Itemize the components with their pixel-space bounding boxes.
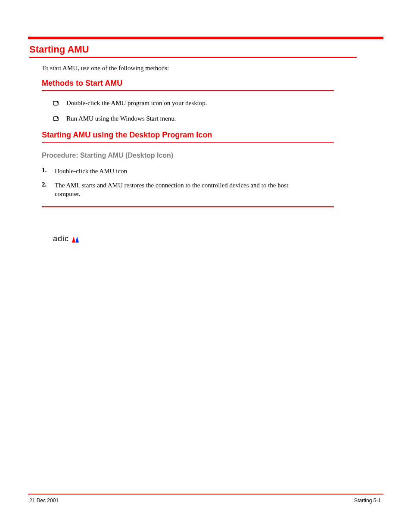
- bullet-text-2: Run AMU using the Windows Start menu.: [66, 115, 176, 122]
- step-text-2: The AML starts and AMU restores the conn…: [55, 181, 313, 199]
- bullet-text-1: Double-click the AMU program icon on you…: [66, 100, 207, 107]
- footer-date: 21 Dec 2001: [29, 498, 59, 504]
- section-rule-1: [42, 90, 334, 91]
- brand-logo-text: adic: [53, 234, 69, 243]
- brand-logo: adic: [53, 234, 81, 243]
- bullet-icon: [53, 116, 59, 121]
- brand-logo-icon: [71, 235, 81, 243]
- page-root: Starting AMU To start AMU, use one of th…: [0, 0, 411, 532]
- step-1: 1. Double-click the AMU icon: [42, 167, 313, 175]
- section-heading-desktop-icon: Starting AMU using the Desktop Program I…: [42, 131, 212, 140]
- footer-page-label: Starting 5-1: [354, 498, 381, 504]
- footer-rule: [28, 494, 383, 495]
- bullet-icon: [53, 101, 59, 106]
- page-title: Starting AMU: [29, 44, 89, 55]
- section-rule-2: [42, 142, 334, 143]
- bullet-item-2: Run AMU using the Windows Start menu.: [53, 115, 176, 122]
- step-2: 2. The AML starts and AMU restores the c…: [42, 181, 313, 199]
- title-rule: [29, 57, 357, 58]
- intro-text: To start AMU, use one of the following m…: [42, 65, 169, 72]
- step-number-2: 2.: [42, 181, 55, 199]
- step-text-1: Double-click the AMU icon: [55, 167, 313, 175]
- top-rule: [28, 37, 383, 39]
- section-heading-methods: Methods to Start AMU: [42, 79, 122, 88]
- step-number-1: 1.: [42, 167, 55, 175]
- procedure-title: Procedure: Starting AMU (Desktop Icon): [42, 152, 173, 159]
- bullet-item-1: Double-click the AMU program icon on you…: [53, 100, 207, 107]
- section-rule-3: [42, 206, 334, 207]
